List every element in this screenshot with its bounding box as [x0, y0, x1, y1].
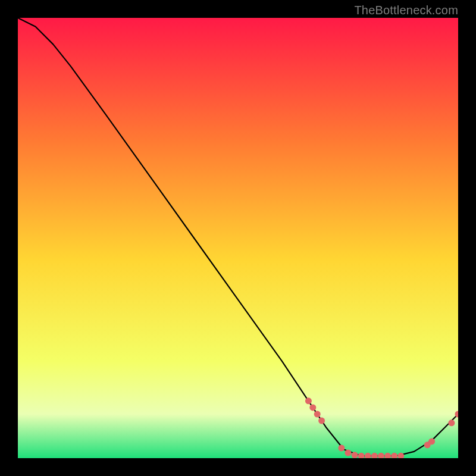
- chart-stage: TheBottleneck.com: [0, 0, 476, 476]
- data-dot: [314, 411, 321, 418]
- data-dot: [397, 453, 404, 458]
- curve-layer: [18, 18, 458, 458]
- data-dot: [309, 404, 316, 411]
- data-dot: [365, 453, 371, 458]
- data-dot: [345, 450, 352, 456]
- data-dot: [371, 453, 378, 458]
- data-dot: [384, 453, 391, 458]
- data-dot: [448, 419, 455, 426]
- data-dot: [318, 418, 325, 424]
- plot-area: [18, 18, 458, 458]
- data-dot: [358, 453, 365, 458]
- bottleneck-curve: [18, 18, 458, 456]
- data-dots: [305, 397, 458, 458]
- data-dot: [352, 452, 358, 458]
- data-dot: [338, 445, 345, 452]
- data-dot: [428, 438, 435, 444]
- watermark-text: TheBottleneck.com: [354, 4, 458, 17]
- data-dot: [305, 397, 312, 404]
- data-dot: [391, 453, 397, 458]
- data-dot: [378, 453, 384, 458]
